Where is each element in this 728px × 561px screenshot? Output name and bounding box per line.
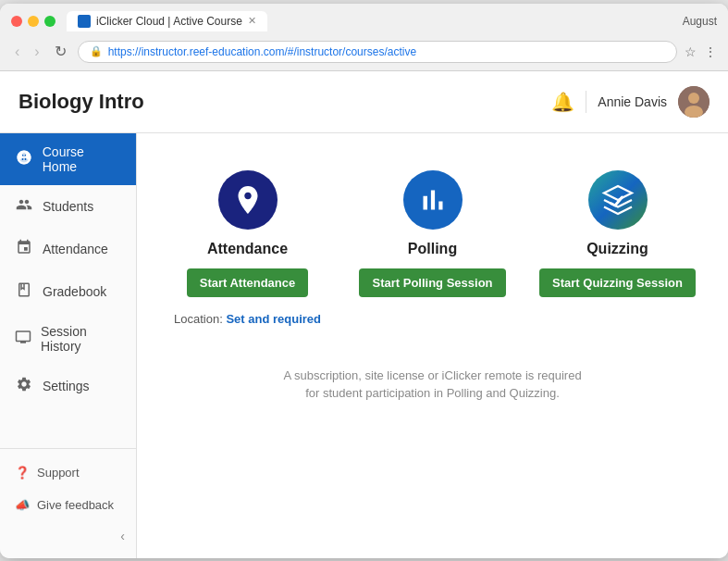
- course-title: Biology Intro: [19, 90, 144, 114]
- gradebook-icon: [15, 281, 33, 302]
- back-button[interactable]: ‹: [11, 42, 23, 62]
- students-icon: [15, 196, 33, 217]
- location-line: Location: Set and required: [174, 312, 321, 326]
- sidebar-label-gradebook: Gradebook: [43, 284, 106, 299]
- browser-month: August: [683, 15, 717, 28]
- sidebar-item-settings[interactable]: Settings: [0, 365, 136, 407]
- polling-card-title: Polling: [408, 241, 457, 257]
- main-content: Attendance Start Attendance Location: Se…: [137, 133, 728, 558]
- settings-icon: [15, 376, 33, 396]
- attendance-card: Attendance Start Attendance Location: Se…: [174, 170, 322, 326]
- browser-tab[interactable]: iClicker Cloud | Active Course ✕: [67, 11, 267, 31]
- sidebar-footer: ❓ Support 📣 Give feedback ‹: [0, 448, 136, 558]
- browser-titlebar: iClicker Cloud | Active Course ✕ August: [0, 4, 728, 37]
- notification-bell-icon[interactable]: 🔔: [551, 92, 574, 112]
- app-header: Biology Intro 🔔 Annie Davis: [0, 71, 728, 133]
- sidebar-label-students: Students: [43, 199, 93, 214]
- start-attendance-button[interactable]: Start Attendance: [187, 268, 309, 297]
- tab-favicon: [78, 15, 91, 28]
- attendance-card-icon: [218, 170, 278, 230]
- feedback-label: Give feedback: [37, 498, 114, 512]
- reload-button[interactable]: ↻: [51, 41, 70, 62]
- sidebar: Course Home Students Attenda: [0, 133, 137, 558]
- feedback-icon: 📣: [15, 498, 30, 512]
- polling-card-icon: [403, 170, 463, 230]
- sidebar-item-session-history[interactable]: Session History: [0, 313, 136, 365]
- browser-nav: ‹ › ↻ 🔒 https://instructor.reef-educatio…: [0, 37, 728, 70]
- app-layout: Biology Intro 🔔 Annie Davis: [0, 71, 728, 558]
- maximize-dot[interactable]: [44, 16, 56, 27]
- subscription-note: A subscription, site license or iClicker…: [276, 367, 590, 403]
- bookmark-icon[interactable]: ☆: [685, 44, 697, 59]
- header-divider: [586, 91, 586, 113]
- svg-point-1: [688, 93, 699, 104]
- user-name: Annie Davis: [598, 94, 667, 109]
- sidebar-support[interactable]: ❓ Support: [0, 456, 136, 489]
- browser-dots: [11, 16, 56, 27]
- sidebar-label-session-history: Session History: [41, 324, 121, 354]
- sidebar-item-course-home[interactable]: Course Home: [0, 133, 136, 185]
- start-quizzing-button[interactable]: Start Quizzing Session: [539, 268, 696, 297]
- sidebar-label-attendance: Attendance: [43, 242, 108, 256]
- browser-window: iClicker Cloud | Active Course ✕ August …: [0, 4, 728, 558]
- menu-icon[interactable]: ⋮: [704, 44, 717, 59]
- sidebar-nav: Course Home Students Attenda: [0, 133, 136, 448]
- user-avatar: [678, 86, 709, 118]
- start-polling-button[interactable]: Start Polling Session: [359, 268, 505, 297]
- browser-actions: ☆ ⋮: [685, 44, 717, 59]
- quizzing-card-title: Quizzing: [586, 241, 648, 257]
- tab-title: iClicker Cloud | Active Course: [96, 15, 242, 28]
- lock-icon: 🔒: [90, 45, 103, 57]
- quizzing-card: Quizzing Start Quizzing Session: [544, 170, 692, 297]
- location-label: Location:: [174, 312, 223, 326]
- url-text: https://instructor.reef-education.com/#/…: [108, 45, 416, 58]
- sidebar-item-gradebook[interactable]: Gradebook: [0, 270, 136, 313]
- avatar-image: [678, 86, 709, 118]
- support-label: Support: [37, 466, 80, 480]
- sidebar-feedback[interactable]: 📣 Give feedback: [0, 489, 136, 521]
- cards-row: Attendance Start Attendance Location: Se…: [174, 170, 692, 326]
- app-body: Course Home Students Attenda: [0, 133, 728, 558]
- sidebar-label-course-home: Course Home: [43, 144, 121, 174]
- close-dot[interactable]: [11, 16, 22, 27]
- course-home-icon: [15, 149, 33, 169]
- notification-bell-container: 🔔: [551, 91, 574, 113]
- forward-button[interactable]: ›: [31, 42, 43, 62]
- address-bar[interactable]: 🔒 https://instructor.reef-education.com/…: [78, 41, 677, 63]
- attendance-icon: [15, 239, 33, 259]
- polling-card: Polling Start Polling Session: [359, 170, 507, 297]
- support-icon: ❓: [15, 466, 30, 480]
- sidebar-item-students[interactable]: Students: [0, 185, 136, 228]
- tab-close-button[interactable]: ✕: [248, 15, 256, 27]
- session-history-icon: [15, 329, 31, 349]
- sidebar-collapse-button[interactable]: ‹: [0, 521, 136, 551]
- tab-area: iClicker Cloud | Active Course ✕: [67, 11, 672, 31]
- quizzing-card-icon: [588, 170, 648, 230]
- sidebar-item-attendance[interactable]: Attendance: [0, 228, 136, 270]
- minimize-dot[interactable]: [28, 16, 39, 27]
- sidebar-label-settings: Settings: [43, 379, 90, 393]
- browser-chrome: iClicker Cloud | Active Course ✕ August …: [0, 4, 728, 71]
- location-link[interactable]: Set and required: [226, 312, 321, 326]
- header-right: 🔔 Annie Davis: [551, 86, 709, 118]
- attendance-card-title: Attendance: [207, 241, 288, 257]
